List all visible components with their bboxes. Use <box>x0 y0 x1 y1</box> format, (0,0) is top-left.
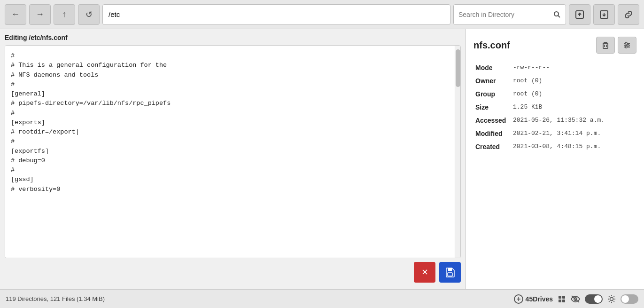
forward-button[interactable]: → <box>29 4 51 25</box>
svg-line-1 <box>558 16 560 17</box>
search-input[interactable] <box>458 11 551 18</box>
info-field-value: -rw-r--r-- <box>511 61 636 74</box>
info-row: Accessed2021-05-26, 11:35:32 a.m. <box>473 114 636 127</box>
save-button[interactable] <box>439 262 461 283</box>
info-header-actions <box>596 37 636 54</box>
svg-rect-6 <box>448 268 452 271</box>
file-count: 119 Directories, 121 Files (1.34 MiB) <box>6 295 105 302</box>
scrollbar-thumb <box>456 49 460 87</box>
brightness-icon[interactable] <box>607 295 616 303</box>
info-row: Size1.25 KiB <box>473 101 636 114</box>
info-field-label: Mode <box>473 61 511 74</box>
info-field-value: root (0) <box>511 74 636 87</box>
editor-title: Editing /etc/nfs.conf <box>5 34 461 41</box>
svg-point-15 <box>627 44 629 46</box>
info-field-label: Owner <box>473 74 511 87</box>
toolbar: ← → ↑ ↺ <box>0 0 644 29</box>
properties-button[interactable] <box>618 37 636 54</box>
info-field-label: Modified <box>473 127 511 140</box>
logo-text: 45Drives <box>526 295 553 303</box>
toggle-theme[interactable] <box>621 294 638 304</box>
info-row: Ownerroot (0) <box>473 74 636 87</box>
info-panel: nfs.conf <box>466 29 644 289</box>
info-field-value: 2021-05-26, 11:35:32 a.m. <box>511 114 636 127</box>
info-row: Created2021-03-08, 4:48:15 p.m. <box>473 140 636 153</box>
upload-button[interactable] <box>569 4 590 25</box>
visibility-icon[interactable] <box>571 295 580 303</box>
link-button[interactable] <box>618 4 639 25</box>
info-field-value: 1.25 KiB <box>511 101 636 114</box>
editor-scrollbar[interactable] <box>455 46 460 258</box>
cancel-icon: ✕ <box>421 267 428 277</box>
info-field-label: Created <box>473 140 511 153</box>
info-field-label: Size <box>473 101 511 114</box>
info-field-label: Accessed <box>473 114 511 127</box>
toggle-knob-theme <box>621 295 629 303</box>
info-header: nfs.conf <box>473 37 636 54</box>
info-filename: nfs.conf <box>473 40 510 51</box>
search-box <box>453 4 566 25</box>
info-row: Grouproot (0) <box>473 87 636 101</box>
info-field-value: root (0) <box>511 87 636 101</box>
svg-line-32 <box>613 301 614 301</box>
info-row: Modified2021-02-21, 3:41:14 p.m. <box>473 127 636 140</box>
svg-rect-21 <box>562 296 565 299</box>
cancel-button[interactable]: ✕ <box>414 262 435 283</box>
logo-area: 45Drives <box>513 294 553 304</box>
statusbar-right: 45Drives <box>513 294 638 304</box>
up-button[interactable]: ↑ <box>54 4 75 25</box>
path-input[interactable] <box>102 4 450 25</box>
statusbar: 119 Directories, 121 Files (1.34 MiB) 45… <box>0 289 644 308</box>
svg-rect-20 <box>559 296 561 299</box>
svg-rect-22 <box>559 300 561 302</box>
editor-actions: ✕ <box>5 258 461 284</box>
search-icon-button[interactable] <box>553 11 561 18</box>
svg-rect-23 <box>562 300 565 302</box>
info-table: Mode-rw-r--r--Ownerroot (0)Grouproot (0)… <box>473 61 636 153</box>
download-button[interactable] <box>593 4 615 25</box>
svg-point-26 <box>610 297 613 300</box>
delete-button[interactable] <box>596 37 615 54</box>
svg-line-34 <box>609 301 609 301</box>
45drives-logo <box>513 294 524 304</box>
save-icon <box>445 267 455 277</box>
refresh-button[interactable]: ↺ <box>78 4 100 25</box>
svg-line-31 <box>609 296 609 297</box>
toggle-knob-dark <box>594 295 602 303</box>
svg-point-0 <box>554 12 559 16</box>
editor-panel: Editing /etc/nfs.conf # # This is a gene… <box>0 29 466 289</box>
editor-textarea[interactable]: # # This is a general configuration for … <box>5 46 455 258</box>
svg-point-14 <box>625 42 627 44</box>
grid-icon[interactable] <box>558 295 566 303</box>
trash-icon <box>601 41 610 49</box>
svg-line-33 <box>613 296 614 297</box>
svg-rect-7 <box>448 273 452 276</box>
info-field-value: 2021-02-21, 3:41:14 p.m. <box>511 127 636 140</box>
info-row: Mode-rw-r--r-- <box>473 61 636 74</box>
editor-wrapper: # # This is a general configuration for … <box>5 45 461 258</box>
svg-rect-8 <box>603 43 608 48</box>
back-button[interactable]: ← <box>5 4 26 25</box>
info-field-label: Group <box>473 87 511 101</box>
svg-point-16 <box>625 46 627 48</box>
info-field-value: 2021-03-08, 4:48:15 p.m. <box>511 140 636 153</box>
toggle-dark-mode[interactable] <box>585 294 603 304</box>
sliders-icon <box>623 41 631 49</box>
main-area: Editing /etc/nfs.conf # # This is a gene… <box>0 29 644 289</box>
